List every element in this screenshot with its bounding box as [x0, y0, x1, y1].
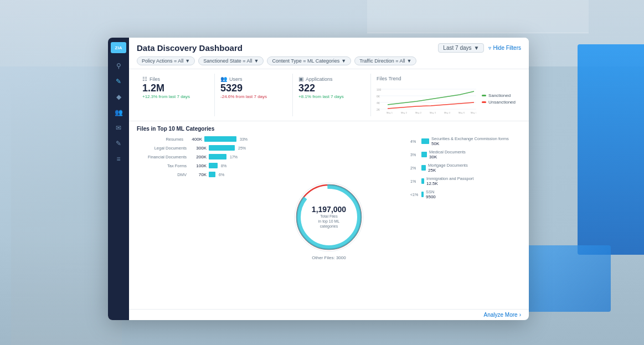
bar-ssn	[421, 192, 424, 197]
main-content: Data Discovery Dashboard Last 7 days ▼ ▿…	[129, 38, 529, 320]
hide-filters-button[interactable]: ▿ Hide Filters	[488, 45, 521, 51]
file-icon: ☷	[142, 76, 147, 82]
category-taxforms: Tax Forms 100K 8%	[137, 163, 248, 168]
svg-text:May 4: May 4	[444, 111, 451, 114]
ml-content: Resumes 400K 33% Legal Documents 300K 25…	[137, 136, 521, 305]
bar-legal	[209, 145, 235, 151]
applications-label: ▣ Applications	[298, 76, 365, 82]
trend-chart-area: 100 6K 4K 2K May 1 May 2 May 2 May 3 Ma	[377, 84, 516, 114]
filter-chip-sanctioned[interactable]: Sanctioned State = All ▼	[198, 56, 264, 65]
filter-chip-traffic[interactable]: Traffic Direction = All ▼	[354, 56, 416, 65]
metric-users: 👥 Users 5329 -24.6% from last 7 days	[215, 74, 293, 116]
files-label: ☷ Files	[142, 76, 209, 82]
svg-text:May 6: May 6	[458, 111, 465, 114]
chip-chevron: ▼	[254, 58, 259, 64]
other-files-label: Other Files: 3000	[312, 255, 346, 260]
bar-dmv	[209, 172, 215, 177]
filter-chip-content[interactable]: Content Type = ML Categories ▼	[267, 56, 351, 65]
category-medical: 3% Medical Documents 30K	[410, 150, 521, 159]
metric-applications: ▣ Applications 322 +8.1% from last 7 day…	[293, 74, 371, 116]
donut-chart: 1,197,000 Total Files in top 10 ML categ…	[293, 181, 365, 253]
left-categories: Resumes 400K 33% Legal Documents 300K 25…	[137, 136, 248, 305]
users-change: -24.6% from last 7 days	[220, 94, 287, 99]
right-categories: 4% Securities & Exchange Commission form…	[410, 136, 521, 305]
ceiling-panel	[367, 0, 589, 33]
analyze-more-chevron: ›	[519, 312, 521, 318]
svg-text:6K: 6K	[377, 95, 380, 98]
sidebar-logo: ZIA	[111, 42, 126, 53]
bar-sec	[421, 138, 429, 144]
filter-icon: ▿	[488, 45, 491, 51]
svg-text:4K: 4K	[377, 101, 380, 105]
files-trend-section: Files Trend 100 6K 4K 2K	[371, 74, 521, 116]
apps-icon: ▣	[298, 76, 303, 82]
bar-taxforms	[209, 163, 218, 168]
sidebar: ZIA ⚲ ✎ ◆ 👥 ✉ ✎ ≡	[108, 38, 129, 320]
header-controls: Last 7 days ▼ ▿ Hide Filters	[438, 43, 521, 53]
trend-legend: Sanctioned Unsanctioned	[482, 84, 516, 114]
bar-mortgage	[421, 165, 426, 171]
category-legal: Legal Documents 300K 25%	[137, 145, 248, 151]
unsanctioned-dot	[482, 101, 486, 103]
dashboard-title: Data Discovery Dashboard	[137, 43, 243, 53]
date-filter[interactable]: Last 7 days ▼	[438, 43, 484, 53]
svg-text:May 3: May 3	[430, 111, 436, 114]
trend-title: Files Trend	[377, 76, 516, 81]
donut-total-text: 1,197,000 Total Files in top 10 ML categ…	[311, 205, 347, 229]
category-sec: 4% Securities & Exchange Commission form…	[410, 136, 521, 146]
metrics-row: ☷ Files 1.2M +12.3% from last 7 days 👥 U…	[129, 69, 529, 121]
sidebar-icon-person[interactable]: ✎	[112, 137, 125, 150]
users-label: 👥 Users	[220, 76, 287, 82]
applications-change: +8.1% from last 7 days	[298, 94, 365, 99]
svg-text:2K: 2K	[377, 108, 380, 111]
date-filter-chevron: ▼	[474, 45, 480, 51]
bar-resumes	[204, 136, 236, 142]
donut-number: 1,197,000	[311, 205, 347, 214]
chip-chevron: ▼	[341, 58, 346, 64]
date-filter-label: Last 7 days	[443, 45, 471, 51]
filter-chips: Policy Actions = All ▼ Sanctioned State …	[137, 56, 521, 65]
dashboard-panel: ZIA ⚲ ✎ ◆ 👥 ✉ ✎ ≡ Data Discovery Dashboa…	[108, 38, 529, 320]
ml-section-title: Files in Top 10 ML Categories	[137, 126, 521, 132]
sidebar-icon-chart[interactable]: ✎	[112, 75, 125, 87]
donut-label: Total Files in top 10 ML categories	[311, 214, 347, 229]
svg-text:May 7: May 7	[471, 111, 476, 114]
bar-immigration	[421, 178, 424, 184]
users-icon: 👥	[220, 76, 227, 82]
metric-files: ☷ Files 1.2M +12.3% from last 7 days	[137, 74, 215, 116]
dashboard-header: Data Discovery Dashboard Last 7 days ▼ ▿…	[129, 38, 529, 69]
filter-chip-policy[interactable]: Policy Actions = All ▼	[137, 56, 195, 65]
ml-categories-section: Files in Top 10 ML Categories Resumes 40…	[129, 121, 529, 309]
svg-text:May 2: May 2	[401, 111, 408, 114]
category-financial: Financial Documents 200K 17%	[137, 154, 248, 159]
category-immigration: 1% Immigration and Passport 12.5K	[410, 176, 521, 186]
chip-chevron: ▼	[185, 58, 190, 64]
center-donut: 1,197,000 Total Files in top 10 ML categ…	[248, 136, 410, 305]
presenter-area	[11, 79, 122, 345]
files-value: 1.2M	[142, 83, 209, 94]
sanctioned-dot	[482, 95, 486, 96]
dashboard-footer: Analyze More ›	[129, 309, 529, 320]
sidebar-icon-bell[interactable]: ✉	[112, 122, 125, 134]
bar-financial	[209, 154, 226, 159]
legend-sanctioned: Sanctioned	[482, 93, 516, 98]
bar-medical	[421, 152, 427, 157]
legend-unsanctioned: Unsanctioned	[482, 100, 516, 105]
applications-value: 322	[298, 83, 365, 94]
chip-chevron: ▼	[406, 58, 411, 64]
sidebar-icon-search[interactable]: ⚲	[112, 60, 125, 72]
users-value: 5329	[220, 83, 287, 94]
sidebar-icon-shield[interactable]: ◆	[112, 91, 125, 103]
sidebar-icon-grid[interactable]: ≡	[112, 153, 125, 165]
category-ssn: <1% SSN 9500	[410, 189, 521, 199]
category-resumes: Resumes 400K 33%	[137, 136, 248, 142]
category-mortgage: 2% Mortgage Documents 25K	[410, 163, 521, 173]
category-dmv: DMV 70K 6%	[137, 172, 248, 177]
svg-text:100: 100	[377, 88, 382, 91]
trend-chart-svg: 100 6K 4K 2K May 1 May 2 May 2 May 3 Ma	[377, 84, 476, 114]
blue-accent-panel	[578, 44, 644, 255]
analyze-more-button[interactable]: Analyze More ›	[484, 312, 521, 318]
sidebar-icon-users[interactable]: 👥	[112, 106, 125, 119]
files-change: +12.3% from last 7 days	[142, 94, 209, 99]
svg-text:May 1: May 1	[387, 111, 393, 114]
